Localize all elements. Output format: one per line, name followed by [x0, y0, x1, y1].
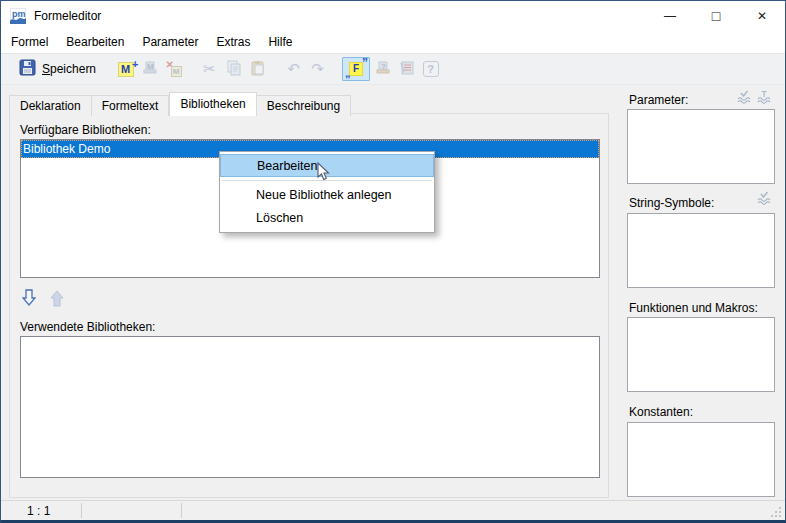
- context-menu: Bearbeiten Neue Bibliothek anlegen Lösch…: [219, 151, 435, 233]
- paste-button[interactable]: [246, 57, 269, 81]
- menu-bar: Formel Bearbeiten Parameter Extras Hilfe: [1, 31, 785, 53]
- used-libraries-label: Verwendete Bibliotheken:: [20, 320, 155, 334]
- string-formula-toggle[interactable]: F: [342, 57, 370, 81]
- stamp-question-icon: ?: [375, 60, 391, 79]
- maximize-button[interactable]: □: [693, 1, 739, 31]
- window-title: Formeleditor: [34, 9, 101, 23]
- macro-apply-button[interactable]: M: [138, 57, 161, 81]
- tab-strip: Deklaration Formeltext Bibliotheken Besc…: [9, 91, 351, 115]
- macro-add-icon: M: [118, 62, 134, 77]
- mouse-cursor-icon: [317, 162, 331, 182]
- redo-button[interactable]: ↷: [306, 57, 329, 81]
- copy-button[interactable]: [222, 57, 245, 81]
- paste-icon: [250, 60, 266, 79]
- formeleditor-window: pm Formeleditor — □ ✕ Formel Bearbeiten …: [0, 0, 786, 523]
- context-menu-item-neue-bibliothek[interactable]: Neue Bibliothek anlegen: [220, 184, 434, 207]
- move-up-button[interactable]: [48, 288, 66, 308]
- zoom-ratio-text: 1 : 1: [27, 501, 50, 521]
- menu-formel[interactable]: Formel: [2, 31, 57, 53]
- close-button[interactable]: ✕: [739, 1, 785, 31]
- redo-icon: ↷: [311, 60, 324, 78]
- undo-button[interactable]: ↶: [282, 57, 305, 81]
- undo-icon: ↶: [287, 60, 300, 78]
- tab-deklaration[interactable]: Deklaration: [9, 95, 92, 116]
- cut-button[interactable]: ✂: [198, 57, 221, 81]
- save-button[interactable]: Speichern: [15, 57, 100, 81]
- functions-macros-label: Funktionen und Makros:: [629, 301, 758, 315]
- copy-icon: [226, 60, 242, 79]
- minimize-button[interactable]: —: [647, 1, 693, 31]
- title-bar: pm Formeleditor — □ ✕: [1, 1, 785, 31]
- constants-label: Konstanten:: [629, 405, 693, 419]
- save-button-label: Speichern: [42, 62, 96, 76]
- menu-hilfe[interactable]: Hilfe: [259, 31, 301, 53]
- used-libraries-listbox[interactable]: [20, 336, 600, 478]
- parameter-listbox[interactable]: [627, 109, 775, 184]
- context-menu-item-label: Neue Bibliothek anlegen: [256, 188, 392, 202]
- tab-formeltext[interactable]: Formeltext: [92, 95, 170, 116]
- down-arrow-icon: [22, 289, 36, 307]
- constants-listbox[interactable]: [627, 422, 775, 497]
- menu-extras[interactable]: Extras: [207, 31, 259, 53]
- string-symbols-listbox[interactable]: [627, 213, 775, 288]
- context-menu-item-bearbeiten[interactable]: Bearbeiten: [220, 154, 434, 177]
- app-icon: pm: [10, 8, 26, 24]
- macro-stamp-icon: M: [142, 60, 158, 79]
- status-separator: [81, 503, 82, 518]
- functions-macros-listbox[interactable]: [627, 317, 775, 392]
- test-formula-button[interactable]: ?: [371, 57, 394, 81]
- parameter-label: Parameter:: [629, 93, 688, 107]
- window-controls: — □ ✕: [647, 1, 785, 31]
- formula-quotes-icon: F: [349, 62, 363, 76]
- context-menu-item-label: Löschen: [256, 211, 303, 225]
- help-icon: ?: [423, 61, 439, 77]
- svg-text:M: M: [147, 61, 154, 70]
- context-menu-item-label: Bearbeiten: [257, 159, 317, 173]
- minimize-icon: —: [664, 9, 676, 23]
- cut-icon: ✂: [203, 60, 216, 78]
- available-libraries-label: Verfügbare Bibliotheken:: [20, 123, 151, 137]
- insert-check-param-icon[interactable]: [737, 89, 753, 108]
- menu-parameter[interactable]: Parameter: [133, 31, 207, 53]
- svg-text:T: T: [762, 89, 768, 99]
- string-symbols-label: String-Symbole:: [629, 196, 714, 210]
- insert-text-param-icon[interactable]: T: [757, 89, 773, 108]
- insert-string-symbol-icon[interactable]: [757, 190, 773, 209]
- help-button[interactable]: ?: [419, 57, 442, 81]
- tab-bibliotheken[interactable]: Bibliotheken: [169, 92, 256, 116]
- status-bar: 1 : 1: [1, 500, 785, 520]
- svg-text:pm: pm: [12, 9, 26, 19]
- move-arrows: [20, 288, 66, 308]
- report-icon: [399, 60, 415, 79]
- macro-remove-button[interactable]: ✕ M: [162, 57, 185, 81]
- close-icon: ✕: [757, 9, 767, 23]
- protocol-button[interactable]: [395, 57, 418, 81]
- context-menu-item-loeschen[interactable]: Löschen: [220, 207, 434, 230]
- macro-remove-icon: ✕ M: [166, 61, 182, 77]
- toolbar: Speichern M M ✕ M ✂: [1, 53, 785, 85]
- svg-text:?: ?: [381, 61, 386, 70]
- up-arrow-icon: [50, 289, 64, 307]
- save-icon: [19, 59, 36, 79]
- move-down-button[interactable]: [20, 288, 38, 308]
- macro-add-button[interactable]: M: [114, 57, 137, 81]
- string-symbols-icons: [757, 190, 773, 209]
- tab-beschreibung[interactable]: Beschreibung: [257, 95, 351, 116]
- parameter-icons: T: [737, 89, 773, 108]
- resize-grip-icon[interactable]: [771, 507, 782, 521]
- status-separator: [181, 503, 182, 518]
- menu-bearbeiten[interactable]: Bearbeiten: [57, 31, 133, 53]
- maximize-icon: □: [712, 8, 720, 24]
